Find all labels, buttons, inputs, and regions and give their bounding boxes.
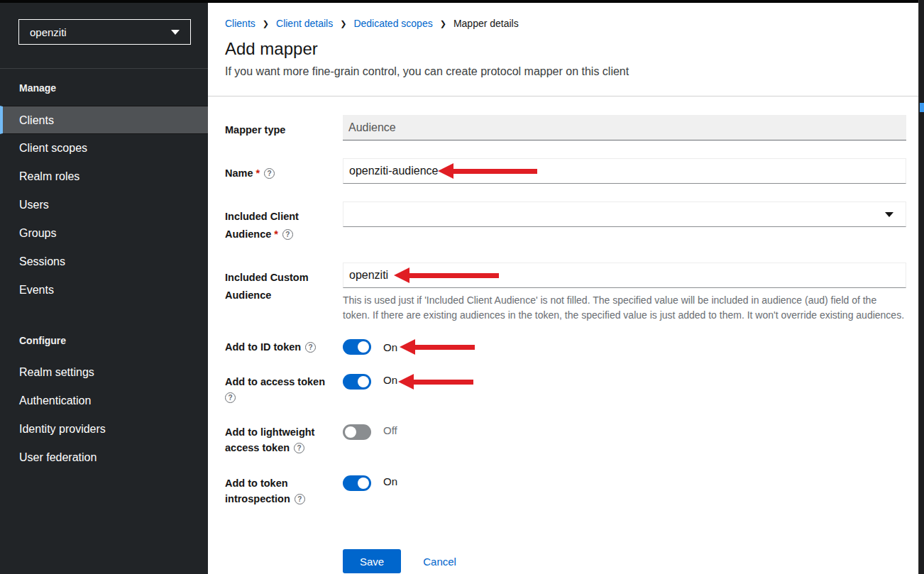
chevron-right-icon: ❯: [440, 18, 446, 30]
chevron-down-icon: [885, 212, 893, 217]
mapper-type-input: [343, 115, 906, 140]
page-title: Add mapper: [225, 39, 901, 59]
page-subtitle: If you want more fine-grain control, you…: [225, 65, 901, 78]
included-custom-audience-input[interactable]: [343, 263, 906, 288]
configure-nav-list: Realm settings Authentication Identity p…: [0, 358, 208, 472]
manage-nav-list: Clients Client scopes Realm roles Users …: [0, 106, 208, 304]
breadcrumb-dedicated-scopes-link[interactable]: Dedicated scopes: [353, 18, 432, 30]
included-custom-audience-help: This is used just if 'Included Client Au…: [343, 293, 906, 323]
masthead-strip: [0, 0, 924, 3]
add-to-token-introspection-toggle[interactable]: [343, 475, 371, 491]
included-client-audience-select[interactable]: [343, 202, 906, 227]
sidebar-item-groups[interactable]: Groups: [0, 219, 208, 248]
sidebar-divider: [0, 68, 208, 69]
current-realm-label: openziti: [30, 26, 67, 38]
sidebar-item-clients[interactable]: Clients: [0, 106, 208, 134]
chevron-right-icon: ❯: [263, 18, 269, 30]
cancel-button[interactable]: Cancel: [423, 556, 456, 568]
nav-section-configure: Configure: [19, 335, 208, 347]
mapper-form: Mapper type Name*? Included Client Audie…: [208, 96, 918, 573]
main-content: Clients ❯ Client details ❯ Dedicated sco…: [208, 3, 918, 574]
help-icon[interactable]: ?: [305, 342, 316, 353]
breadcrumb-client-details-link[interactable]: Client details: [276, 18, 333, 30]
chevron-down-icon: [171, 30, 180, 35]
name-input[interactable]: [343, 158, 906, 184]
sidebar-item-events[interactable]: Events: [0, 276, 208, 304]
add-to-access-token-label: Add to access token ?: [225, 374, 343, 405]
required-asterisk: *: [274, 228, 278, 240]
save-button[interactable]: Save: [343, 549, 401, 573]
name-label: Name*?: [225, 158, 343, 184]
toggle-state-label: On: [383, 374, 397, 386]
sidebar-item-users[interactable]: Users: [0, 191, 208, 219]
sidebar: openziti Manage Clients Client scopes Re…: [0, 3, 208, 574]
sidebar-item-authentication[interactable]: Authentication: [0, 387, 208, 415]
breadcrumb-mapper-details: Mapper details: [453, 18, 519, 30]
breadcrumb: Clients ❯ Client details ❯ Dedicated sco…: [225, 18, 901, 30]
help-icon[interactable]: ?: [264, 168, 275, 179]
page-header: Clients ❯ Client details ❯ Dedicated sco…: [208, 3, 918, 96]
included-client-audience-label: Included Client Audience*?: [225, 202, 343, 243]
add-to-access-token-toggle[interactable]: [343, 374, 371, 390]
sidebar-item-client-scopes[interactable]: Client scopes: [0, 134, 208, 162]
add-to-lightweight-access-token-toggle[interactable]: [343, 424, 371, 440]
help-icon[interactable]: ?: [294, 443, 304, 453]
required-asterisk: *: [256, 167, 260, 179]
toggle-state-label: Off: [383, 424, 397, 436]
scrollbar-thumb[interactable]: [920, 103, 924, 112]
sidebar-item-sessions[interactable]: Sessions: [0, 248, 208, 276]
add-to-id-token-label: Add to ID token?: [225, 339, 343, 355]
help-icon[interactable]: ?: [295, 494, 305, 504]
add-to-lightweight-access-token-label: Add to lightweight access token?: [225, 424, 343, 456]
sidebar-item-identity-providers[interactable]: Identity providers: [0, 415, 208, 443]
breadcrumb-clients-link[interactable]: Clients: [225, 18, 255, 30]
add-to-id-token-toggle[interactable]: [343, 339, 371, 355]
included-custom-audience-label: Included Custom Audience: [225, 263, 343, 323]
realm-selector-dropdown[interactable]: openziti: [18, 19, 191, 45]
help-icon[interactable]: ?: [282, 229, 293, 240]
add-to-token-introspection-label: Add to token introspection?: [225, 475, 343, 507]
mapper-type-label: Mapper type: [225, 115, 343, 140]
annotation-arrow-access-token: [398, 374, 473, 390]
chevron-right-icon: ❯: [340, 18, 346, 30]
sidebar-item-realm-settings[interactable]: Realm settings: [0, 358, 208, 387]
toggle-state-label: On: [383, 341, 397, 353]
help-icon[interactable]: ?: [225, 392, 236, 403]
toggle-state-label: On: [383, 475, 397, 487]
sidebar-item-user-federation[interactable]: User federation: [0, 443, 208, 472]
annotation-arrow-id-token: [400, 339, 475, 355]
scrollbar[interactable]: [918, 0, 924, 574]
sidebar-item-realm-roles[interactable]: Realm roles: [0, 162, 208, 191]
nav-section-manage: Manage: [19, 82, 208, 94]
